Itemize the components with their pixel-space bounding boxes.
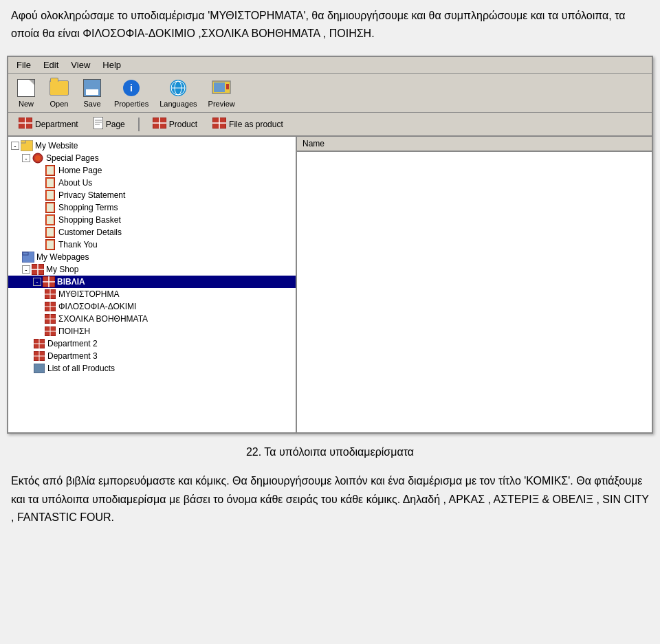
globe-svg — [170, 80, 186, 96]
caption-text: 22. Τα υπόλοιπα υποδιαμερίσματα — [246, 446, 414, 458]
tree-item-privacy[interactable]: Privacy Statement — [8, 189, 296, 201]
bottom-text: Εκτός από βιβλία εμπορευόμαστε και κόμικ… — [0, 463, 660, 537]
sub-department-button[interactable]: Department — [12, 115, 85, 133]
tree-label-mywebpages: My Webpages — [36, 252, 89, 262]
svg-rect-34 — [47, 228, 54, 236]
tree-item-dept3[interactable]: Department 3 — [8, 350, 296, 362]
sub-toolbar-divider — [138, 118, 140, 131]
dept3-icon — [33, 351, 45, 362]
sub-department-label: Department — [35, 120, 78, 129]
tree-label-specialpages: Special Pages — [46, 153, 99, 163]
menu-help[interactable]: Help — [97, 58, 126, 71]
tree-label-sxolika: ΣΧΟΛΙΚΑ ΒΟΗΘΗΜΑΤΑ — [58, 314, 148, 324]
right-pane-content — [297, 152, 652, 432]
sub-product-button[interactable]: Product — [146, 115, 204, 133]
tree-item-mywebpages[interactable]: My Webpages — [8, 251, 296, 263]
tree-item-homepage[interactable]: Home Page — [8, 164, 296, 177]
vivlia-icon — [43, 276, 55, 287]
mywebsite-icon — [21, 140, 33, 151]
tree-item-sxolika[interactable]: ΣΧΟΛΙΚΑ ΒΟΗΘΗΜΑΤΑ — [8, 313, 296, 325]
svg-rect-38 — [23, 252, 28, 255]
dept2-icon — [33, 338, 45, 349]
toolbar-languages-button[interactable]: Languages — [157, 76, 199, 109]
svg-rect-36 — [47, 241, 54, 249]
aboutus-icon — [44, 177, 56, 188]
tree-item-mywebsite[interactable]: - My Website — [8, 140, 296, 152]
toolbar: New Open Save i Properties — [8, 74, 652, 113]
svg-rect-9 — [94, 117, 103, 129]
tree-item-specialpages[interactable]: - Special Pages — [8, 152, 296, 164]
menu-edit[interactable]: Edit — [38, 58, 64, 71]
expand-vivlia[interactable]: - — [33, 278, 41, 286]
sub-page-button[interactable]: Page — [87, 115, 131, 133]
toolbar-preview-button[interactable]: Preview — [206, 76, 238, 109]
sub-page-icon — [94, 117, 103, 131]
svg-rect-32 — [47, 216, 54, 224]
svg-rect-26 — [47, 179, 54, 187]
right-pane-header: Name — [297, 137, 652, 152]
shoppingterms-icon — [44, 202, 56, 213]
toolbar-save-button[interactable]: Save — [78, 76, 106, 109]
privacy-icon — [44, 190, 56, 201]
tree-pane[interactable]: - My Website - Special — [8, 137, 297, 432]
tree-label-shoppingbasket: Shopping Basket — [58, 215, 121, 225]
tree-label-filosofia: ΦΙΛΟΣΟΦΙΑ-ΔΟΚΙΜΙ — [58, 302, 136, 311]
right-pane: Name — [297, 137, 652, 432]
tree-item-vivlia[interactable]: - ΒΙΒΛΙΑ — [8, 276, 296, 288]
tree-item-filosofia[interactable]: ΦΙΛΟΣΟΦΙΑ-ΔΟΚΙΜΙ — [8, 300, 296, 313]
sub-file-icon — [212, 118, 226, 131]
menu-file[interactable]: File — [11, 58, 36, 71]
toolbar-properties-button[interactable]: i Properties — [111, 76, 151, 109]
tree-label-thankyou: Thank You — [58, 240, 98, 249]
tree-label-mywebsite: My Website — [35, 141, 78, 151]
allproducts-icon — [33, 363, 45, 374]
tree-item-shoppingterms[interactable]: Shopping Terms — [8, 201, 296, 214]
right-pane-name-label: Name — [302, 139, 324, 148]
tree-item-shoppingbasket[interactable]: Shopping Basket — [8, 214, 296, 226]
svg-point-22 — [35, 155, 41, 161]
toolbar-new-button[interactable]: New — [12, 76, 40, 109]
bottom-text-content: Εκτός από βιβλία εμπορευόμαστε και κόμικ… — [11, 475, 649, 523]
properties-icon: i — [120, 78, 142, 98]
tree-label-poiisi: ΠΟΙΗΣΗ — [58, 326, 90, 336]
open-icon — [48, 78, 70, 98]
sub-toolbar: Department Page — [8, 113, 652, 137]
expand-specialpages[interactable]: - — [22, 154, 30, 162]
expand-mywebsite[interactable]: - — [11, 142, 19, 150]
new-icon — [15, 78, 37, 98]
mythistorima-icon — [44, 289, 56, 300]
tree-item-customerdetails[interactable]: Customer Details — [8, 226, 296, 238]
menu-bar: File Edit View Help — [8, 57, 652, 74]
intro-text: Αφού ολοκληρώσαμε το υποδιαμέρισμα 'ΜΥΘΙ… — [0, 0, 660, 50]
tree-item-myshop[interactable]: - My Shop — [8, 263, 296, 276]
thankyou-icon — [44, 239, 56, 250]
svg-rect-20 — [21, 140, 25, 143]
expand-myshop[interactable]: - — [22, 265, 30, 274]
tree-item-poiisi[interactable]: ΠΟΙΗΣΗ — [8, 325, 296, 337]
svg-rect-5 — [226, 84, 229, 89]
specialpages-icon — [32, 153, 44, 164]
customerdetails-icon — [44, 227, 56, 238]
menu-view[interactable]: View — [65, 58, 96, 71]
tree-label-dept2: Department 2 — [47, 339, 98, 348]
tree-item-thankyou[interactable]: Thank You — [8, 238, 296, 251]
tree-label-aboutus: About Us — [58, 178, 92, 188]
tree-label-mythistorima: ΜΥΘΙΣΤΟΡΗΜΑ — [58, 289, 120, 299]
sub-file-as-product-button[interactable]: File as product — [206, 115, 289, 133]
tree-label-allproducts: List of all Products — [47, 364, 115, 373]
tree-item-mythistorima[interactable]: ΜΥΘΙΣΤΟΡΗΜΑ — [8, 288, 296, 300]
filosofia-icon — [44, 301, 56, 312]
tree-label-shoppingterms: Shopping Terms — [58, 203, 118, 212]
poiisi-icon — [44, 326, 56, 337]
toolbar-preview-label: Preview — [208, 100, 235, 108]
tree-label-myshop: My Shop — [46, 265, 78, 274]
sub-product-icon — [153, 118, 166, 131]
toolbar-open-label: Open — [50, 100, 69, 108]
toolbar-open-button[interactable]: Open — [45, 76, 73, 109]
tree-item-aboutus[interactable]: About Us — [8, 177, 296, 189]
languages-icon — [167, 78, 189, 98]
myshop-icon — [32, 264, 44, 275]
save-icon — [81, 78, 103, 98]
tree-item-allproducts[interactable]: List of all Products — [8, 362, 296, 375]
tree-item-dept2[interactable]: Department 2 — [8, 337, 296, 350]
